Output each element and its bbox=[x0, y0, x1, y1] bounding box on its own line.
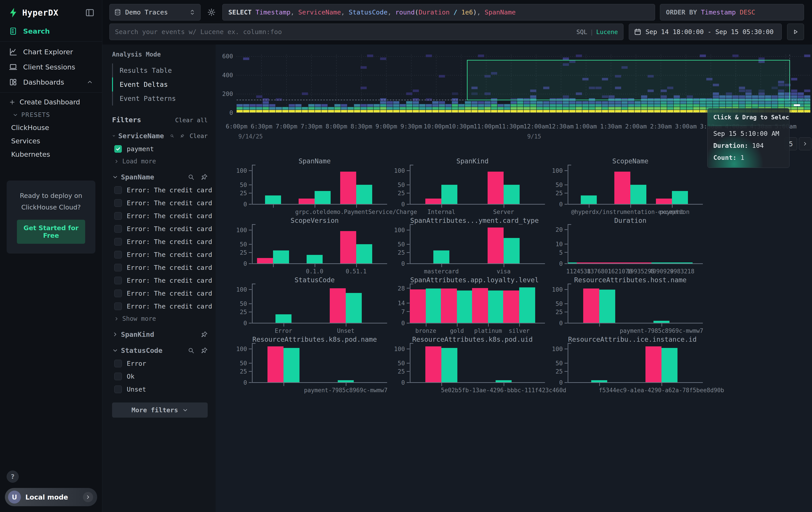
bar-green[interactable] bbox=[284, 348, 299, 382]
checkbox-unchecked[interactable] bbox=[114, 360, 122, 367]
bar-red[interactable] bbox=[472, 288, 488, 323]
mini-chart-plot[interactable]: 02550100mastercardvisa bbox=[410, 227, 535, 264]
mini-chart-plot[interactable]: 02550100grpc.oteldemo.PaymentService/Cha… bbox=[252, 167, 377, 204]
bar-green[interactable] bbox=[338, 380, 354, 382]
bar-green[interactable] bbox=[599, 290, 615, 323]
bar-red[interactable] bbox=[425, 346, 441, 382]
checkbox-unchecked[interactable] bbox=[114, 277, 122, 284]
mini-chart-plot[interactable]: 025501005e02b5fb-13ae-4296-bbbc-111f423c… bbox=[410, 346, 535, 382]
help-button[interactable]: ? bbox=[7, 470, 19, 483]
mini-chart-plot[interactable]: 02550100InternalServer bbox=[410, 167, 535, 204]
bar-green[interactable] bbox=[672, 191, 688, 204]
chevron-down-icon[interactable] bbox=[112, 174, 118, 180]
filter-group-name[interactable]: SpanKind bbox=[121, 330, 154, 339]
chevron-down-icon[interactable] bbox=[112, 133, 116, 139]
preset-kubernetes[interactable]: Kubernetes bbox=[0, 147, 102, 161]
mini-chart-plot[interactable]: 02550100@hyperdx/instrumentation-excepti… bbox=[568, 167, 693, 204]
sidebar-collapse-icon[interactable] bbox=[85, 8, 94, 17]
bar-green[interactable] bbox=[503, 185, 520, 204]
more-filters-button[interactable]: More filters bbox=[112, 402, 208, 417]
filter-option-unset[interactable]: Unset bbox=[114, 385, 208, 393]
mini-chart-plot[interactable]: 02550100ErrorUnset bbox=[252, 286, 377, 323]
bar-green[interactable] bbox=[273, 250, 289, 263]
bar-green[interactable] bbox=[433, 250, 450, 263]
mode-lucene-toggle[interactable]: Lucene bbox=[596, 28, 618, 35]
checkbox-unchecked[interactable] bbox=[114, 290, 122, 297]
bar-green[interactable] bbox=[503, 238, 520, 263]
show-more-button[interactable]: Show more bbox=[114, 315, 208, 322]
duration-heatmap[interactable] bbox=[237, 55, 811, 113]
bar-green[interactable] bbox=[488, 291, 504, 323]
mini-chart-plot[interactable]: 025501000.1.00.51.1 bbox=[252, 227, 377, 264]
filter-group-name[interactable]: ServiceName bbox=[118, 132, 164, 140]
bar-red[interactable] bbox=[614, 172, 630, 204]
bar-green[interactable] bbox=[276, 314, 291, 323]
filter-option-ok[interactable]: Ok bbox=[114, 373, 208, 380]
bar-green[interactable] bbox=[457, 291, 473, 323]
bar-red[interactable] bbox=[645, 346, 662, 382]
checkbox-unchecked[interactable] bbox=[114, 302, 122, 310]
bar-green[interactable] bbox=[346, 293, 362, 323]
search-icon[interactable] bbox=[188, 347, 195, 354]
bar-green[interactable] bbox=[356, 185, 372, 204]
bar-green[interactable] bbox=[265, 195, 281, 204]
checkbox-unchecked[interactable] bbox=[114, 225, 122, 233]
bar-green[interactable] bbox=[662, 348, 677, 382]
clear-all-filters-button[interactable]: Clear all bbox=[175, 117, 208, 124]
filter-option-error[interactable]: Error bbox=[114, 360, 208, 367]
bar-green[interactable] bbox=[441, 348, 457, 382]
bar-green[interactable] bbox=[315, 191, 330, 204]
date-range-picker[interactable]: Sep 14 18:00:00 - Sep 15 05:30:00 bbox=[629, 24, 782, 40]
bar-green[interactable] bbox=[654, 321, 669, 323]
checkbox-checked[interactable] bbox=[114, 145, 122, 153]
analysis-option-event-deltas[interactable]: Event Deltas bbox=[112, 78, 208, 91]
mini-chart-plot[interactable]: 02550100payment-7985c8969c-mwmw7 bbox=[568, 286, 693, 323]
bar-red[interactable] bbox=[330, 288, 346, 323]
checkbox-unchecked[interactable] bbox=[114, 385, 122, 393]
source-settings-button[interactable] bbox=[205, 4, 218, 21]
bar-red[interactable] bbox=[340, 231, 356, 263]
checkbox-unchecked[interactable] bbox=[114, 264, 122, 271]
mini-chart-plot[interactable]: 02550100payment-7985c8969c-mwmw7 bbox=[252, 346, 377, 382]
bar-red[interactable] bbox=[583, 289, 599, 323]
load-more-button[interactable]: Load more bbox=[114, 158, 208, 165]
filter-option-payment[interactable]: payment bbox=[114, 145, 208, 153]
filter-option-error-the-credit-card[interactable]: Error: The credit card (… bbox=[114, 225, 208, 233]
bar-green[interactable] bbox=[591, 380, 607, 382]
bar-red[interactable] bbox=[488, 227, 503, 263]
filter-option-error-the-credit-card[interactable]: Error: The credit card (… bbox=[114, 264, 208, 271]
filter-option-error-the-credit-card[interactable]: Error: The credit card (… bbox=[114, 251, 208, 259]
preset-services[interactable]: Services bbox=[0, 134, 102, 147]
filter-option-error-the-credit-card[interactable]: Error: The credit card (… bbox=[114, 290, 208, 297]
heatmap-next-page-button[interactable] bbox=[799, 137, 811, 150]
chevron-right-icon[interactable] bbox=[112, 331, 118, 338]
search-icon[interactable] bbox=[170, 132, 174, 139]
search-icon[interactable] bbox=[188, 173, 195, 181]
pin-icon[interactable] bbox=[201, 331, 208, 338]
chevron-down-icon[interactable] bbox=[112, 347, 118, 353]
bar-red[interactable] bbox=[299, 198, 315, 204]
filter-group-name[interactable]: StatusCode bbox=[121, 346, 163, 354]
bar-red[interactable] bbox=[656, 198, 672, 204]
bar-red[interactable] bbox=[425, 198, 441, 204]
select-query-input[interactable]: SELECT Timestamp, ServiceName, StatusCod… bbox=[222, 4, 655, 21]
run-query-button[interactable] bbox=[787, 24, 804, 40]
checkbox-unchecked[interactable] bbox=[114, 199, 122, 207]
create-dashboard-button[interactable]: Create Dashboard bbox=[0, 95, 102, 109]
sidebar-item-chart-explorer[interactable]: Chart Explorer bbox=[0, 44, 102, 59]
bar-green[interactable] bbox=[496, 380, 512, 382]
bar-green[interactable] bbox=[581, 195, 597, 204]
checkbox-unchecked[interactable] bbox=[114, 373, 122, 380]
clear-servicename-button[interactable]: Clear bbox=[190, 132, 208, 139]
checkbox-unchecked[interactable] bbox=[114, 251, 122, 259]
get-started-button[interactable]: Get Started for Free bbox=[17, 220, 85, 244]
mini-chart-plot[interactable]: 071428bronzegoldplatinumsilver bbox=[410, 286, 535, 323]
bar-red[interactable] bbox=[257, 258, 273, 263]
sidebar-item-client-sessions[interactable]: Client Sessions bbox=[0, 59, 102, 75]
search-input[interactable]: Search your events w/ Lucene ex. column:… bbox=[109, 24, 624, 40]
bar-red[interactable] bbox=[340, 172, 356, 204]
mode-sql-toggle[interactable]: SQL bbox=[576, 28, 587, 35]
preset-clickhouse[interactable]: ClickHouse bbox=[0, 121, 102, 134]
pin-icon[interactable] bbox=[201, 173, 208, 181]
mini-chart-plot[interactable]: 0510201124538137680116210701993529540909… bbox=[568, 227, 693, 264]
